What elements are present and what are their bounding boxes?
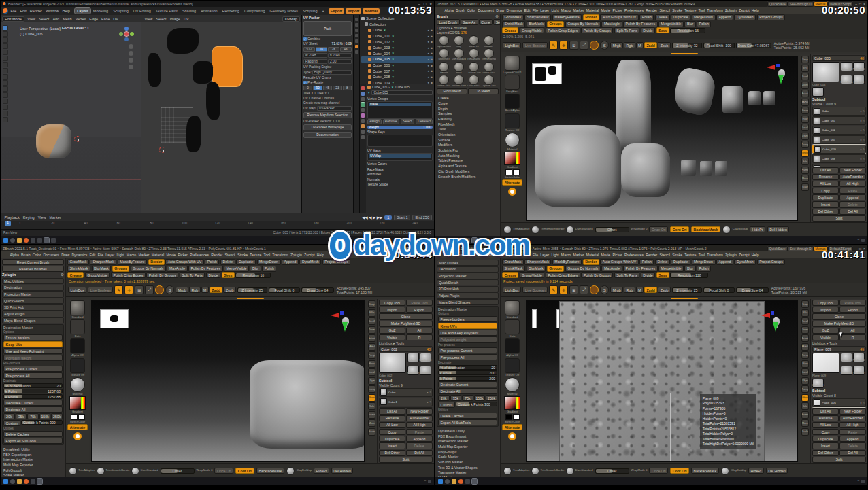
homepage-button[interactable]: UV-Packer Homepage [303, 124, 352, 130]
preset-button[interactable]: 150k [39, 413, 51, 419]
menu-item[interactable]: Help [750, 253, 760, 257]
eye-icon[interactable]: ● [428, 75, 430, 79]
shelf-button[interactable]: GrowMask [502, 14, 524, 20]
menu-item[interactable]: Color [466, 8, 477, 12]
brush-thumbnail[interactable]: DesertC0401 [482, 62, 496, 74]
menu-item[interactable]: Edit [18, 8, 28, 14]
app-icon[interactable] [31, 479, 35, 484]
tool-file-button[interactable]: Make PolyMesh3D [379, 321, 433, 327]
tray-icon[interactable] [861, 480, 865, 483]
right-shelf-icon[interactable]: Zoom [801, 82, 809, 89]
preprocess-button[interactable]: Pre-process All [3, 372, 63, 379]
sculpt-canvas[interactable] [526, 56, 798, 221]
shelf-button[interactable]: Sess [222, 272, 235, 278]
uvmap-name-field[interactable]: UV-Packer [317, 106, 352, 111]
shelf-button[interactable]: Blur [250, 266, 261, 272]
backface-mask-button[interactable]: BackfaceMask [691, 226, 720, 232]
tool-file-button[interactable]: Make PolyMesh3D [812, 321, 866, 327]
shelf-button[interactable]: MaskByFeature [118, 259, 147, 265]
camera-visibility-icon[interactable]: ■ [431, 52, 433, 55]
shelf-button[interactable]: Append [716, 14, 733, 20]
shelf-button[interactable]: Border [583, 259, 599, 265]
viewport-menu-item[interactable]: UV [112, 16, 120, 22]
right-shelf-icon[interactable]: LSym [801, 133, 809, 140]
right-shelf-icon[interactable]: LSym [368, 377, 375, 385]
menu-item[interactable]: Alpha [444, 8, 454, 12]
claybuildup-icon[interactable] [721, 467, 729, 475]
stroke-thumbnail[interactable] [505, 75, 520, 90]
channel-toggle[interactable]: M [636, 287, 644, 293]
subtool-action-button[interactable]: Insert [812, 201, 839, 207]
viewport-tool-icon[interactable] [3, 68, 8, 73]
subtool-row[interactable]: Plane_006 ●✎ [812, 398, 866, 407]
shelf-button[interactable]: Polish Crisp Edges [546, 272, 580, 278]
right-shelf-icon[interactable]: Persp [368, 351, 375, 359]
menu-item[interactable]: Texture [684, 253, 697, 257]
right-shelf-icon[interactable]: Ghost [368, 394, 375, 402]
camera-visibility-icon[interactable]: ■ [431, 58, 433, 61]
right-shelf-icon[interactable]: LSym [801, 377, 809, 385]
brush-subpalette-header[interactable]: Tablet Pressure [437, 158, 499, 163]
viewport-menu-item[interactable]: Select [37, 16, 51, 22]
right-shelf-icon[interactable]: Local [801, 368, 809, 376]
windows-start-icon[interactable] [3, 479, 8, 484]
workspace-tab[interactable]: Scripting [301, 8, 319, 14]
shelf-button[interactable]: Crease [502, 272, 518, 278]
shelf-button[interactable]: DynaMesh [734, 259, 756, 265]
lightbox-tools-link[interactable]: Lightbox ▸ Tools [379, 341, 433, 345]
decimation-slider[interactable]: % of decimation20 [438, 365, 497, 370]
header-action-button[interactable]: Normal [363, 8, 380, 14]
stroke-thumbnail[interactable] [505, 319, 520, 334]
menu-item[interactable]: Material [150, 253, 165, 257]
sidebar-tab-icon[interactable] [355, 18, 358, 21]
shelf-button[interactable]: Delete [655, 14, 670, 20]
uv-island-selected[interactable] [212, 46, 243, 87]
draw-size-slider[interactable]: Draw Size 47.08367 [736, 43, 771, 48]
file-explorer-icon[interactable] [17, 238, 22, 243]
shelf-button[interactable]: Auto Groups With UV [600, 259, 639, 265]
prerotate-angle-button[interactable]: 23 [333, 86, 341, 90]
subtool-action-button[interactable]: All Low [379, 422, 405, 428]
shelf-button[interactable]: Groups By Normals [131, 266, 166, 272]
menu-item[interactable]: Zscript [738, 253, 751, 257]
current-frame-field[interactable]: 1 [384, 215, 392, 220]
backface-mask-button[interactable]: BackfaceMask [256, 468, 284, 474]
utility-button[interactable]: Delete Caches [3, 431, 63, 437]
outliner-object-row[interactable]: Cube_006 ▼ ●■ [361, 63, 433, 69]
lightbox-button[interactable]: LightBox [503, 287, 521, 293]
offset-slider[interactable]: Offset [595, 468, 629, 474]
decimate-button[interactable]: Decimate Current [3, 400, 63, 406]
texture-size-button[interactable]: 4K [340, 47, 352, 52]
camera-visibility-icon[interactable]: ■ [431, 64, 433, 67]
outliner-object-row[interactable]: Cube_007 ▼ ●■ [361, 68, 433, 74]
sidebar-tab-icon[interactable] [355, 34, 358, 37]
shelf-button[interactable]: MergeVisible [224, 266, 249, 272]
zplugin-subpalette[interactable]: DynaMesh Utility [2, 447, 64, 451]
shelf-button[interactable]: Polish [205, 259, 219, 265]
right-shelf-icon[interactable]: Frame [801, 167, 809, 174]
alpha-thumbnail[interactable] [505, 94, 520, 109]
viewport-tool-icon[interactable] [3, 56, 8, 61]
playhead[interactable]: 1 [5, 221, 11, 226]
decimation-option-button[interactable]: Freeze borders [438, 316, 497, 322]
brush-subpalette-header[interactable]: Elasticity [437, 116, 499, 121]
vertex-group-action-button[interactable]: Remove [383, 119, 399, 124]
menu-item[interactable]: Transform [271, 253, 290, 257]
rescale-checkbox-label[interactable]: Rescale UV Charts [303, 76, 352, 80]
shelf-button[interactable]: Split To Parts [614, 272, 639, 278]
brush-icon[interactable]: ✎ [429, 400, 431, 404]
tool-file-button[interactable]: Import [379, 307, 405, 313]
right-shelf-icon[interactable]: Floor [368, 360, 375, 368]
workspace-tab[interactable]: Shading [180, 8, 198, 14]
shape-keys-list[interactable] [367, 135, 433, 147]
right-shelf-icon[interactable]: Zoom [801, 326, 809, 334]
decimation-slider[interactable]: k Points200 [438, 376, 497, 381]
subtool-action-button[interactable]: Delete [839, 201, 866, 207]
timeline-menu-item[interactable]: Keying [21, 215, 36, 220]
brush-subpalette-header[interactable]: Sculptris Pro [437, 148, 499, 153]
sidebar-tab-icon[interactable] [355, 45, 358, 48]
rock-mesh[interactable] [36, 124, 71, 158]
menu-item[interactable]: Movie [165, 253, 177, 257]
right-shelf-icon[interactable]: Frame [368, 411, 375, 419]
right-shelf-icon[interactable]: Snap [368, 300, 375, 308]
